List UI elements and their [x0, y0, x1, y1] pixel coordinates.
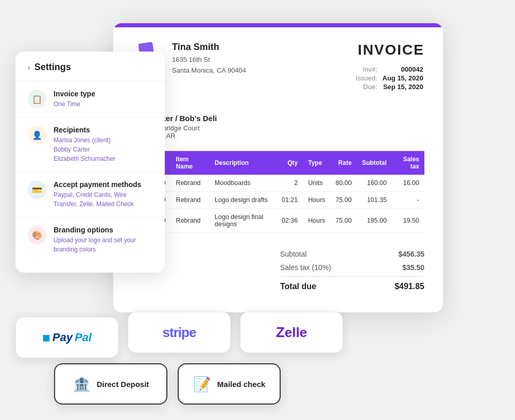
- tax-label: Sales tax (10%): [280, 263, 331, 272]
- settings-item-recipients[interactable]: 👤 Recipients Marisa Jones (client)Bobby …: [15, 117, 165, 172]
- direct-deposit-label: Direct Deposit: [97, 380, 149, 389]
- mailed-check-icon: 📝: [193, 376, 211, 393]
- inv-number: 000042: [383, 65, 424, 73]
- recipients-sub: Marisa Jones (client)Bobby CarterElizabe…: [54, 136, 152, 163]
- cell-subtotal: 195.00: [357, 209, 392, 233]
- payment-title: Accept payment methods: [54, 180, 152, 189]
- issued-label: Issued:: [356, 74, 382, 82]
- cell-type: Hours: [303, 209, 330, 233]
- col-subtotal: Subtotal: [357, 151, 392, 175]
- settings-panel: › Settings 📋 Invoice type One Time 👤 Rec…: [15, 52, 165, 273]
- cell-qty: 01:21: [277, 192, 303, 209]
- stripe-badge[interactable]: stripe: [128, 312, 231, 353]
- table-row: 8/10/2020 Rebrand Logo design final desi…: [132, 209, 424, 233]
- col-tax: Sales tax: [392, 151, 424, 175]
- invoice-totals: Subtotal $456.35 Sales tax (10%) $35.50 …: [280, 247, 424, 294]
- due-label: Due:: [356, 83, 382, 91]
- cell-rate: 75.00: [331, 192, 357, 209]
- col-qty: Qty: [277, 151, 303, 175]
- subtotal-row: Subtotal $456.35: [280, 247, 424, 261]
- invoice-title: INVOICE: [355, 42, 424, 58]
- subtotal-label: Subtotal: [280, 250, 306, 258]
- tax-row: Sales tax (10%) $35.50: [280, 261, 424, 274]
- invoice-type-sub: One Time: [54, 99, 152, 109]
- zelle-badge[interactable]: Zelle: [240, 312, 343, 353]
- cell-subtotal: 160.00: [357, 175, 392, 192]
- total-label: Total due: [280, 282, 316, 291]
- payment-icon: 💳: [28, 180, 46, 199]
- invoice-meta-table: Inv#: 000042 Issued: Aug 15, 2020 Due: S…: [355, 64, 424, 92]
- stripe-logo: stripe: [163, 325, 196, 341]
- invoice-title-section: INVOICE Inv#: 000042 Issued: Aug 15, 202…: [355, 42, 424, 92]
- invoice-type-content: Invoice type One Time: [54, 90, 152, 109]
- issued-date: Aug 15, 2020: [383, 74, 424, 82]
- table-row: 8/10/2020 Rebrand Logo design drafts 01:…: [132, 192, 424, 209]
- inv-label: Inv#:: [356, 65, 382, 73]
- cell-tax: -: [392, 192, 424, 209]
- paypal-badge[interactable]: ■ PayPal: [15, 317, 118, 358]
- payment-sub: Paypal, Credit Cards, Wire Transfer, Zel…: [54, 190, 152, 209]
- settings-item-branding[interactable]: 🎨 Branding options Upload your logo and …: [15, 217, 165, 262]
- due-date: Sep 15, 2020: [383, 83, 424, 91]
- recipients-icon: 👤: [28, 126, 46, 144]
- branding-sub: Upload your logo and set your branding c…: [54, 236, 152, 254]
- invoice-table: Date Item Name Description Qty Type Rate…: [132, 151, 424, 233]
- invoice-company-info: Tina Smith 1635 16th St Santa Monica, CA…: [172, 42, 246, 76]
- cell-rate: 75.00: [331, 209, 357, 233]
- settings-header: › Settings: [15, 62, 165, 81]
- cell-item: Rebrand: [171, 209, 210, 233]
- settings-item-invoice-type[interactable]: 📋 Invoice type One Time: [15, 81, 165, 117]
- tax-value: $35.50: [402, 263, 424, 272]
- col-rate: Rate: [331, 151, 357, 175]
- branding-title: Branding options: [54, 226, 152, 234]
- cell-item: Rebrand: [171, 192, 210, 209]
- cell-rate: 80.00: [331, 175, 357, 192]
- settings-item-payment[interactable]: 💳 Accept payment methods Paypal, Credit …: [15, 172, 165, 217]
- direct-deposit-icon: 🏦: [73, 376, 91, 393]
- table-row: 8/10/2020 Rebrand Moodboards 2 Units 80.…: [132, 175, 424, 192]
- mailed-check-label: Mailed check: [217, 380, 265, 389]
- zelle-logo: Zelle: [276, 324, 307, 341]
- payment-content: Accept payment methods Paypal, Credit Ca…: [54, 180, 152, 209]
- company-address: 1635 16th St Santa Monica, CA 90404: [172, 55, 246, 76]
- cell-qty: 02:36: [277, 209, 303, 233]
- recipients-content: Recipients Marisa Jones (client)Bobby Ca…: [54, 126, 152, 163]
- cell-qty: 2: [277, 175, 303, 192]
- total-value: $491.85: [394, 282, 424, 291]
- client-address: 1165 Cambridge Court Fort Smith, AR: [132, 124, 424, 140]
- cell-item: Rebrand: [171, 175, 210, 192]
- chevron-down-icon: ›: [28, 63, 30, 72]
- company-name: Tina Smith: [172, 42, 246, 53]
- col-item: Item Name: [171, 151, 210, 175]
- cell-description: Logo design final designs: [210, 209, 277, 233]
- cell-tax: 16.00: [392, 175, 424, 192]
- subtotal-value: $456.35: [398, 250, 424, 258]
- invoice-header-row: Tina Smith 1635 16th St Santa Monica, CA…: [132, 42, 424, 92]
- cell-tax: 19.50: [392, 209, 424, 233]
- cell-description: Moodboards: [210, 175, 277, 192]
- col-desc: Description: [210, 151, 277, 175]
- paypal-logo: ■ PayPal: [42, 330, 92, 346]
- cell-type: Hours: [303, 192, 330, 209]
- bill-to-label: Bill to:: [132, 103, 424, 111]
- total-due-row: Total due $491.85: [280, 276, 424, 294]
- branding-icon: 🎨: [28, 226, 46, 244]
- cell-subtotal: 101.35: [357, 192, 392, 209]
- col-type: Type: [303, 151, 330, 175]
- cell-description: Logo design drafts: [210, 192, 277, 209]
- branding-content: Branding options Upload your logo and se…: [54, 226, 152, 254]
- recipients-title: Recipients: [54, 126, 152, 134]
- invoice-type-icon: 📋: [28, 90, 46, 108]
- mailed-check-badge[interactable]: 📝 Mailed check: [178, 363, 281, 405]
- invoice-type-title: Invoice type: [54, 90, 152, 98]
- invoice-top-bar: [113, 23, 443, 27]
- direct-deposit-badge[interactable]: 🏦 Direct Deposit: [54, 363, 167, 405]
- cell-type: Units: [303, 175, 330, 192]
- client-name: Bob Parker / Bob's Deli: [132, 114, 424, 123]
- settings-title: Settings: [35, 62, 71, 73]
